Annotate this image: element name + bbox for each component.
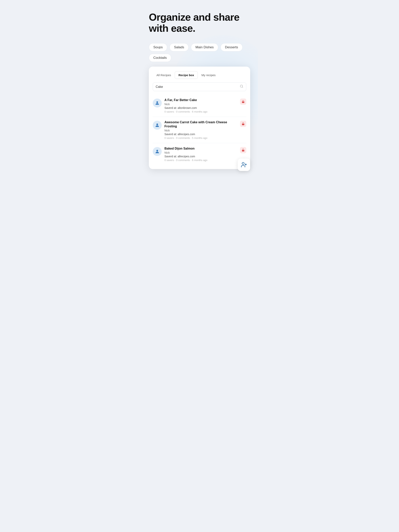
category-tag-desserts[interactable]: Desserts — [220, 43, 243, 51]
svg-rect-7 — [242, 150, 244, 151]
search-icon — [240, 84, 243, 89]
avatar — [153, 147, 162, 156]
recipe-meta: 0 savers · 0 comments · 5 months ago — [164, 137, 237, 139]
lock-icon — [240, 147, 246, 153]
recipe-source: Saverd at: allrecipes.com — [164, 133, 237, 136]
recipe-author: Nick — [164, 103, 237, 106]
recipe-author: Nick — [164, 129, 237, 132]
avatar — [153, 121, 162, 130]
category-tag-soups[interactable]: Soups — [149, 43, 167, 51]
recipe-title: A Far, Far Better Cake — [164, 98, 237, 102]
recipe-meta: 0 savers · 0 comments · 6 months ago — [164, 159, 237, 162]
svg-rect-5 — [242, 124, 244, 125]
recipe-item[interactable]: Awesome Carrot Cake with Cream Cheese Fr… — [153, 117, 246, 143]
recipe-meta: 0 savers · 0 comments · 6 months ago — [164, 110, 237, 113]
tab-recipe-box[interactable]: Recipe box — [175, 71, 198, 79]
category-tag-salads[interactable]: Salads — [169, 43, 189, 51]
search-bar[interactable] — [153, 82, 246, 91]
content-area: Organize and share with ease. SoupsSalad… — [149, 12, 250, 169]
recipe-source: Saverd at: allrecipes.com — [164, 155, 237, 158]
tab-all-recipes[interactable]: All Recipes — [153, 71, 175, 79]
category-tag-main-dishes[interactable]: Main Dishes — [191, 43, 218, 51]
tabs: All RecipesRecipe boxMy recipes — [153, 71, 246, 79]
add-user-button[interactable] — [238, 158, 250, 171]
tab-my-recipes[interactable]: My recipes — [198, 71, 219, 79]
search-input[interactable] — [156, 85, 240, 89]
recipe-item[interactable]: A Far, Far Better Cake Nick Saverd at: a… — [153, 95, 246, 117]
recipe-info: A Far, Far Better Cake Nick Saverd at: a… — [164, 98, 237, 113]
main-card: All RecipesRecipe boxMy recipes — [149, 67, 250, 169]
hero-title: Organize and share with ease. — [149, 12, 250, 34]
recipe-source: Saverd at: altonbrown.com — [164, 106, 237, 109]
category-tag-cocktails[interactable]: Cocktails — [149, 54, 171, 62]
recipe-item[interactable]: Baked Dijon Salmon Nick Saverd at: allre… — [153, 143, 246, 165]
recipe-author: Nick — [164, 151, 237, 154]
svg-point-4 — [156, 124, 158, 125]
svg-rect-3 — [242, 102, 244, 103]
recipe-title: Awesome Carrot Cake with Cream Cheese Fr… — [164, 120, 237, 128]
svg-line-1 — [242, 87, 243, 88]
recipe-info: Awesome Carrot Cake with Cream Cheese Fr… — [164, 120, 237, 139]
recipe-info: Baked Dijon Salmon Nick Saverd at: allre… — [164, 147, 237, 162]
svg-point-8 — [242, 162, 244, 165]
recipe-title: Baked Dijon Salmon — [164, 147, 237, 151]
svg-point-6 — [156, 150, 158, 152]
lock-icon — [240, 121, 246, 127]
card-container: All RecipesRecipe boxMy recipes — [149, 67, 250, 169]
svg-point-2 — [156, 101, 158, 103]
page-wrapper: Organize and share with ease. SoupsSalad… — [141, 0, 258, 185]
category-tags: SoupsSaladsMain DishesDessertsCocktails — [149, 43, 250, 62]
avatar — [153, 99, 162, 108]
recipe-list: A Far, Far Better Cake Nick Saverd at: a… — [153, 95, 246, 165]
lock-icon — [240, 99, 246, 105]
